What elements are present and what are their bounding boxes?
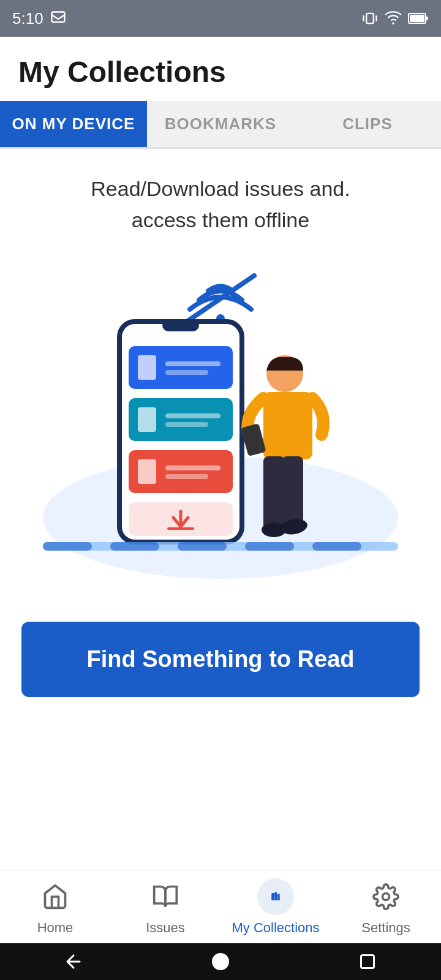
nav-item-settings[interactable]: Settings: [331, 872, 441, 942]
settings-icon: [368, 878, 404, 915]
svg-rect-24: [165, 474, 208, 479]
svg-rect-16: [165, 370, 208, 375]
svg-rect-22: [138, 459, 156, 484]
svg-rect-28: [263, 392, 312, 459]
header: My Collections: [0, 37, 441, 101]
svg-rect-12: [162, 319, 199, 331]
svg-point-4: [392, 22, 394, 24]
svg-rect-15: [165, 361, 221, 366]
time-display: 5:10: [12, 9, 43, 28]
svg-rect-14: [138, 355, 156, 380]
my-collections-label: My Collections: [232, 920, 319, 936]
svg-rect-35: [43, 542, 92, 551]
empty-state-text: Read/Download issues and. access them of…: [91, 173, 350, 236]
status-icons: [361, 10, 429, 27]
svg-rect-31: [282, 456, 303, 530]
tab-bar: ON MY DEVICE BOOKMARKS CLIPS: [0, 101, 441, 149]
svg-rect-7: [426, 17, 428, 20]
nav-item-home[interactable]: Home: [0, 872, 110, 942]
back-button[interactable]: [61, 949, 86, 974]
nav-item-my-collections[interactable]: My Collections: [221, 872, 331, 942]
svg-rect-44: [361, 956, 374, 968]
settings-label: Settings: [361, 920, 410, 936]
svg-rect-36: [110, 542, 159, 551]
svg-rect-29: [241, 423, 266, 456]
svg-rect-40: [272, 893, 274, 900]
book-icon: [147, 878, 184, 915]
bottom-nav: Home Issues My Collections: [0, 870, 441, 943]
recents-button[interactable]: [355, 949, 380, 974]
svg-rect-30: [263, 456, 285, 530]
page-title: My Collections: [18, 55, 423, 89]
nav-item-issues[interactable]: Issues: [110, 872, 221, 942]
svg-rect-6: [410, 15, 424, 22]
home-label: Home: [37, 920, 74, 936]
issues-label: Issues: [146, 920, 185, 936]
home-icon: [37, 878, 74, 915]
collections-icon: [257, 878, 294, 915]
svg-rect-37: [178, 542, 227, 551]
tab-clips[interactable]: CLIPS: [294, 101, 441, 147]
main-content: Read/Download issues and. access them of…: [0, 149, 441, 715]
svg-rect-38: [245, 542, 294, 551]
svg-rect-1: [366, 13, 374, 23]
svg-rect-20: [165, 422, 208, 427]
home-button[interactable]: [208, 949, 233, 974]
svg-point-43: [383, 893, 390, 900]
system-bar: [0, 943, 441, 980]
status-bar: 5:10: [0, 0, 441, 37]
find-something-button[interactable]: Find Something to Read: [21, 622, 420, 697]
svg-rect-23: [165, 466, 221, 470]
tab-on-my-device[interactable]: ON MY DEVICE: [0, 101, 147, 147]
notification-icon: [50, 10, 67, 27]
battery-icon: [408, 10, 429, 27]
svg-rect-39: [312, 542, 361, 551]
offline-illustration: [31, 260, 410, 591]
svg-rect-18: [138, 407, 156, 432]
svg-rect-41: [275, 892, 277, 900]
illustration: [18, 260, 423, 591]
svg-rect-19: [165, 413, 221, 418]
wifi-icon: [385, 10, 402, 27]
vibrate-icon: [361, 10, 379, 27]
tab-bookmarks[interactable]: BOOKMARKS: [147, 101, 294, 147]
svg-rect-42: [277, 894, 279, 900]
